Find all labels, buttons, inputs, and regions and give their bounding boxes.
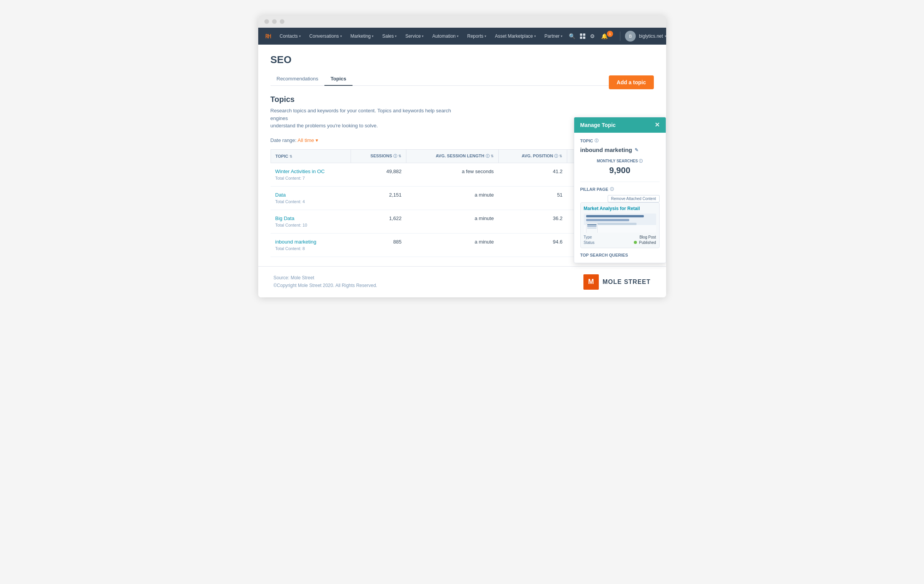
nav-item-partner[interactable]: Partner ▾ <box>541 31 566 41</box>
cell-sessions-1: 2,151 <box>351 186 406 210</box>
date-range-label: Date range: <box>271 137 297 143</box>
cell-avg-position-2: 36.2 <box>498 210 567 233</box>
cell-avg-session-1: a minute <box>406 186 498 210</box>
nav-marketing-label: Marketing <box>351 33 371 39</box>
account-chevron-icon: ▾ <box>665 34 666 38</box>
remove-attached-button[interactable]: Remove Attached Content <box>608 195 660 202</box>
pillar-content-card: Market Analysis for Retail <box>580 202 660 248</box>
sort-icon: ⇅ <box>491 154 494 158</box>
nav-item-service[interactable]: Service ▾ <box>401 31 428 41</box>
chevron-down-icon: ▾ <box>457 34 459 38</box>
panel-body: Topic ⓘ inbound marketing ✎ MONTHLY SEAR… <box>574 133 666 263</box>
sort-icon: ⇅ <box>398 154 401 158</box>
topic-link-0[interactable]: Winter Activities in OC <box>275 169 346 174</box>
topic-label: Topic ⓘ <box>580 138 660 143</box>
cell-avg-session-3: a minute <box>406 233 498 257</box>
account-name[interactable]: biglytics.net ▾ <box>639 33 666 39</box>
nav-logo <box>264 32 272 40</box>
sort-icon: ⇅ <box>289 155 292 159</box>
topic-link-3[interactable]: inbound marketing <box>275 239 346 245</box>
nav-sales-label: Sales <box>382 33 394 39</box>
nav-item-sales[interactable]: Sales ▾ <box>378 31 401 41</box>
col-header-topic[interactable]: TOPIC ⇅ <box>271 149 351 163</box>
cell-sessions-0: 49,882 <box>351 163 406 186</box>
info-icon: ⓘ <box>595 138 598 143</box>
browser-dot-green <box>280 19 284 24</box>
chevron-down-icon: ▾ <box>395 34 397 38</box>
status-dot <box>634 241 637 244</box>
nav-conversations-label: Conversations <box>309 33 339 39</box>
nav-item-automation[interactable]: Automation ▾ <box>428 31 463 41</box>
col-header-sessions[interactable]: SESSIONS ⓘ ⇅ <box>351 149 406 163</box>
cell-avg-position-1: 51 <box>498 186 567 210</box>
top-search-queries-label: TOP SEARCH QUERIES <box>580 253 660 257</box>
chevron-down-icon: ▾ <box>372 34 374 38</box>
nav-asset-label: Asset Marketplace <box>495 33 533 39</box>
page-footer: Source: Mole Street ©Copyright Mole Stre… <box>258 266 666 297</box>
avatar: B <box>625 31 636 42</box>
notification-badge: 1 <box>607 31 613 37</box>
nav-contacts-label: Contacts <box>280 33 298 39</box>
settings-icon[interactable]: ⚙ <box>588 32 597 41</box>
date-range-value[interactable]: All time ▾ <box>297 137 318 143</box>
manage-topic-panel: Manage Topic ✕ Topic ⓘ inbound marketing… <box>574 117 666 263</box>
footer-source: Source: Mole Street ©Copyright Mole Stre… <box>274 274 378 289</box>
close-icon[interactable]: ✕ <box>655 122 660 128</box>
cell-avg-position-3: 94.6 <box>498 233 567 257</box>
cell-sessions-3: 885 <box>351 233 406 257</box>
nav-item-marketing[interactable]: Marketing ▾ <box>347 31 378 41</box>
col-header-avg-position[interactable]: AVG. POSITION ⓘ ⇅ <box>498 149 567 163</box>
top-nav: Contacts ▾ Conversations ▾ Marketing ▾ S… <box>258 28 666 45</box>
browser-dot-red <box>264 19 269 24</box>
tab-recommendations[interactable]: Recommendations <box>271 72 324 85</box>
date-range-selector: Date range: All time ▾ <box>271 137 318 143</box>
pillar-meta: Type Blog Post Status Published <box>584 235 656 245</box>
add-topic-button[interactable]: Add a topic <box>609 75 653 89</box>
cell-topic-0: Winter Activities in OC Total Content: 7 <box>271 163 351 186</box>
nav-item-conversations[interactable]: Conversations ▾ <box>306 31 346 41</box>
main-content: SEO Recommendations Topics Add a topic T… <box>258 45 666 266</box>
cell-avg-session-2: a minute <box>406 210 498 233</box>
nav-item-reports[interactable]: Reports ▾ <box>463 31 490 41</box>
browser-dot-yellow <box>272 19 277 24</box>
info-icon: ⓘ <box>639 159 643 163</box>
footer-logo: M MOLE STREET <box>583 274 651 290</box>
nav-automation-label: Automation <box>432 33 456 39</box>
footer-logo-box: M <box>583 274 599 290</box>
chevron-down-icon: ▾ <box>485 34 486 38</box>
topic-link-2[interactable]: Big Data <box>275 215 346 221</box>
nav-item-contacts[interactable]: Contacts ▾ <box>276 31 305 41</box>
cell-topic-2: Big Data Total Content: 10 <box>271 210 351 233</box>
page-title: SEO <box>271 54 654 66</box>
tab-bar: Recommendations Topics <box>271 72 654 86</box>
topic-sub-3: Total Content: 8 <box>275 246 305 251</box>
info-icon: ⓘ <box>554 154 558 158</box>
pillar-page-label: Pillar Page ⓘ <box>580 187 660 192</box>
nav-item-asset-marketplace[interactable]: Asset Marketplace ▾ <box>491 31 540 41</box>
nav-service-label: Service <box>405 33 421 39</box>
tab-topics[interactable]: Topics <box>324 72 353 85</box>
panel-topic-name: inbound marketing ✎ <box>580 147 660 153</box>
topic-sub-0: Total Content: 7 <box>275 176 305 180</box>
info-icon: ⓘ <box>610 187 614 192</box>
cell-topic-1: Data Total Content: 4 <box>271 186 351 210</box>
topic-sub-1: Total Content: 4 <box>275 199 305 204</box>
topic-sub-2: Total Content: 10 <box>275 223 307 227</box>
edit-icon[interactable]: ✎ <box>635 147 638 153</box>
browser-titlebar <box>258 15 666 28</box>
cell-topic-3: inbound marketing Total Content: 8 <box>271 233 351 257</box>
topic-link-1[interactable]: Data <box>275 192 346 198</box>
chevron-down-icon: ▾ <box>561 34 563 38</box>
search-icon[interactable]: 🔍 <box>567 32 577 41</box>
monthly-searches-value: 9,900 <box>580 165 660 175</box>
panel-title: Manage Topic <box>580 122 616 128</box>
section-title: Topics <box>271 95 654 104</box>
col-header-avg-session-length[interactable]: AVG. SESSION LENGTH ⓘ ⇅ <box>406 149 498 163</box>
cell-avg-position-0: 41.2 <box>498 163 567 186</box>
cell-sessions-2: 1,622 <box>351 210 406 233</box>
cell-avg-session-0: a few seconds <box>406 163 498 186</box>
pillar-card-title[interactable]: Market Analysis for Retail <box>584 206 656 211</box>
panel-divider <box>580 182 660 182</box>
nav-grid-button[interactable] <box>580 33 585 39</box>
nav-right: 🔍 ⚙ 🔔 1 B biglytics.net ▾ <box>567 31 666 42</box>
